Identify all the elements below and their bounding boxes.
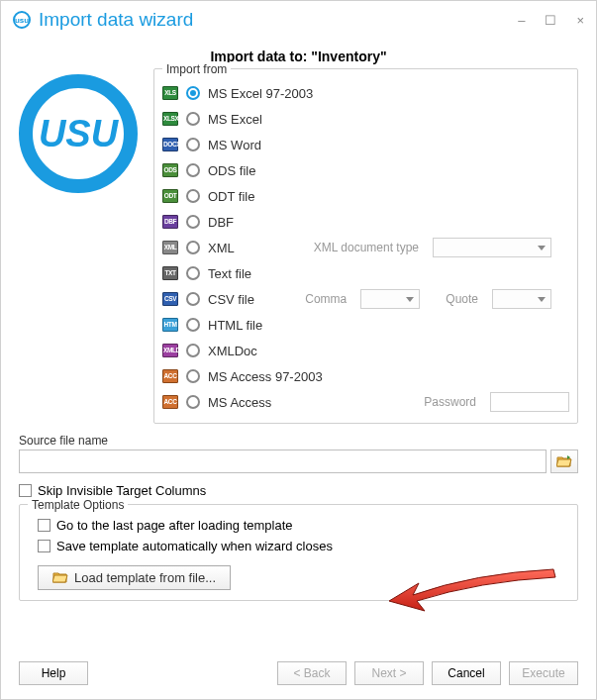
format-row: DBFDBF [162, 209, 569, 235]
format-row: TXTText file [162, 260, 569, 286]
format-radio[interactable] [186, 215, 200, 229]
format-label: ODT file [208, 189, 254, 204]
save-template-auto-checkbox[interactable] [38, 540, 50, 552]
import-from-fieldset: Import from XLSMS Excel 97-2003XLSXMS Ex… [153, 68, 578, 424]
button-bar: Help < Back Next > Cancel Execute [1, 651, 596, 699]
file-type-icon: ODS [162, 163, 178, 177]
minimize-icon[interactable]: – [518, 13, 525, 28]
file-type-icon: XMLD [162, 344, 178, 357]
wizard-window: usu Import data wizard – ☐ × Import data… [0, 0, 597, 700]
file-type-icon: TXT [162, 266, 178, 280]
file-type-icon: ACC [162, 395, 178, 409]
execute-button[interactable]: Execute [509, 661, 578, 685]
skip-invisible-label: Skip Invisible Target Columns [38, 483, 206, 498]
file-type-icon: DOCX [162, 138, 178, 151]
browse-button[interactable] [550, 450, 578, 473]
option-sublabel: XML document type [314, 241, 419, 254]
app-icon: usu [13, 11, 31, 29]
format-radio[interactable] [186, 292, 200, 306]
format-label: Text file [208, 266, 251, 281]
template-options-legend: Template Options [28, 498, 128, 512]
format-radio[interactable] [186, 344, 200, 357]
format-radio[interactable] [186, 112, 200, 126]
format-label: MS Excel 97-2003 [208, 86, 313, 101]
format-radio[interactable] [186, 395, 200, 409]
source-file-label: Source file name [19, 434, 578, 448]
format-radio[interactable] [186, 369, 200, 383]
load-template-button[interactable]: Load template from file... [38, 565, 231, 590]
option-input[interactable] [490, 392, 569, 412]
format-label: MS Access 97-2003 [208, 369, 323, 384]
format-radio[interactable] [186, 163, 200, 177]
format-label: MS Excel [208, 112, 262, 127]
cancel-button[interactable]: Cancel [432, 661, 501, 685]
file-type-icon: DBF [162, 215, 178, 229]
option-sublabel: Comma [305, 292, 347, 306]
option-sublabel: Password [424, 395, 476, 409]
go-last-page-label: Go to the last page after loading templa… [56, 518, 293, 533]
format-row: ODSODS file [162, 157, 569, 183]
folder-open-icon [556, 454, 572, 468]
option-select[interactable] [492, 289, 551, 309]
file-type-icon: ODT [162, 189, 178, 203]
format-label: DBF [208, 215, 234, 230]
format-row: XMLXMLXML document type [162, 235, 569, 260]
format-label: MS Access [208, 395, 271, 410]
window-title: Import data wizard [39, 9, 518, 31]
format-radio[interactable] [186, 138, 200, 151]
format-label: XML [208, 241, 235, 255]
format-radio[interactable] [186, 86, 200, 100]
format-row: XLSMS Excel 97-2003 [162, 80, 569, 106]
format-label: HTML file [208, 318, 262, 333]
option-select[interactable] [360, 289, 420, 309]
option-select[interactable] [433, 238, 551, 257]
skip-invisible-checkbox[interactable] [19, 484, 32, 497]
file-type-icon: XLS [162, 86, 178, 100]
save-template-auto-label: Save template automatically when wizard … [56, 539, 333, 553]
format-label: MS Word [208, 138, 261, 152]
maximize-icon[interactable]: ☐ [545, 13, 556, 28]
format-row: CSVCSV fileCommaQuote [162, 286, 569, 312]
format-row: HTMHTML file [162, 312, 569, 338]
file-type-icon: ACC [162, 369, 178, 383]
format-row: ACCMS AccessPassword [162, 389, 569, 415]
page-title: Import data to: "Inventory" [19, 49, 578, 64]
load-template-label: Load template from file... [74, 570, 216, 585]
next-button[interactable]: Next > [354, 661, 424, 685]
folder-open-icon [52, 571, 68, 584]
option-sublabel: Quote [446, 292, 478, 306]
format-radio[interactable] [186, 266, 200, 280]
brand-logo: USU [19, 74, 138, 193]
format-row: XLSXMS Excel [162, 106, 569, 132]
template-options-fieldset: Template Options Go to the last page aft… [19, 504, 578, 601]
format-row: ACCMS Access 97-2003 [162, 363, 569, 389]
file-type-icon: XML [162, 241, 178, 254]
titlebar: usu Import data wizard – ☐ × [1, 1, 596, 39]
file-type-icon: HTM [162, 318, 178, 332]
import-from-legend: Import from [162, 62, 231, 76]
format-row: DOCXMS Word [162, 132, 569, 157]
format-row: ODTODT file [162, 183, 569, 209]
close-icon[interactable]: × [576, 13, 584, 28]
format-label: ODS file [208, 163, 255, 178]
format-radio[interactable] [186, 318, 200, 332]
format-label: CSV file [208, 292, 254, 307]
file-type-icon: CSV [162, 292, 178, 306]
source-file-input[interactable] [19, 450, 547, 473]
file-type-icon: XLSX [162, 112, 178, 126]
format-radio[interactable] [186, 241, 200, 254]
format-label: XMLDoc [208, 344, 257, 358]
help-button[interactable]: Help [19, 661, 88, 685]
format-radio[interactable] [186, 189, 200, 203]
format-row: XMLDXMLDoc [162, 338, 569, 363]
back-button[interactable]: < Back [277, 661, 347, 685]
go-last-page-checkbox[interactable] [38, 519, 50, 532]
